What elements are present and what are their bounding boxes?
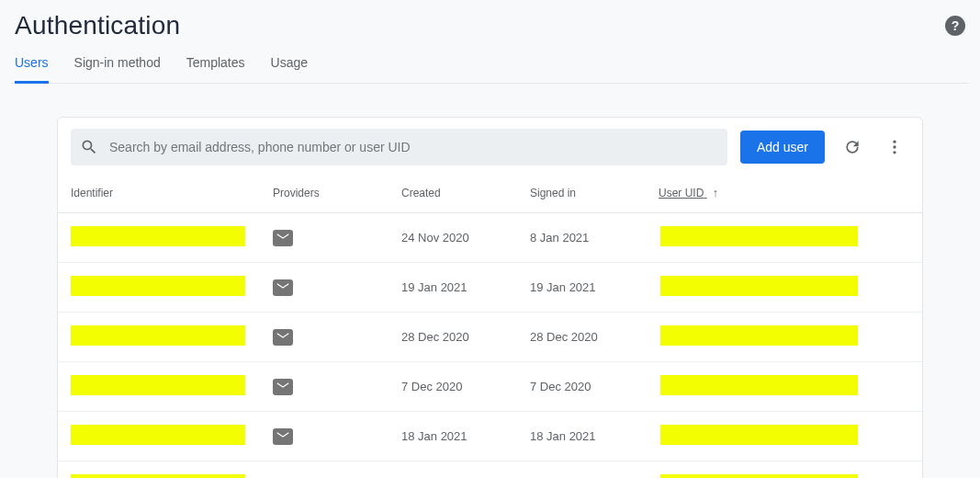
created-cell: 28 Dec 2020 <box>389 313 517 362</box>
tab-users[interactable]: Users <box>15 55 49 84</box>
signed-in-cell: 18 Jan 2021 <box>517 412 646 461</box>
uid-redacted <box>660 375 858 395</box>
uid-redacted <box>660 226 858 246</box>
col-header-user-uid[interactable]: User UID ↑ <box>646 176 922 213</box>
table-row[interactable]: 18 Jan 202118 Jan 2021 <box>58 412 922 461</box>
svg-point-1 <box>893 145 896 148</box>
users-card: Add user Identifier Providers <box>57 117 923 478</box>
created-cell: 21 Dec 2020 <box>389 461 517 479</box>
created-cell: 19 Jan 2021 <box>389 263 517 313</box>
sort-ascending-icon: ↑ <box>713 186 719 199</box>
email-icon <box>273 230 293 246</box>
svg-point-0 <box>893 141 896 143</box>
identifier-redacted <box>71 276 245 296</box>
uid-redacted <box>660 425 858 445</box>
search-input[interactable] <box>107 139 718 155</box>
search-container <box>71 129 727 165</box>
table-row[interactable]: 28 Dec 202028 Dec 2020 <box>58 313 922 362</box>
created-cell: 7 Dec 2020 <box>389 362 517 412</box>
refresh-icon <box>843 138 862 156</box>
svg-point-2 <box>893 151 896 154</box>
signed-in-cell: 28 Dec 2020 <box>517 313 646 362</box>
col-header-user-uid-label: User UID <box>659 187 704 199</box>
table-row[interactable]: 19 Jan 202119 Jan 2021 <box>58 263 922 313</box>
col-header-created[interactable]: Created <box>389 176 517 213</box>
tab-templates[interactable]: Templates <box>186 55 245 84</box>
refresh-button[interactable] <box>838 132 867 162</box>
created-cell: 24 Nov 2020 <box>389 213 517 263</box>
help-button[interactable]: ? <box>945 16 965 36</box>
tab-usage[interactable]: Usage <box>271 55 308 84</box>
tab-signin-method[interactable]: Sign-in method <box>74 55 161 84</box>
email-icon <box>273 428 293 445</box>
signed-in-cell: 7 Dec 2020 <box>517 362 646 412</box>
col-header-signed-in[interactable]: Signed in <box>517 176 646 213</box>
uid-redacted <box>660 474 858 478</box>
table-row[interactable]: 21 Dec 202021 Dec 2020 <box>58 461 922 479</box>
uid-redacted <box>660 325 858 346</box>
tabs: Users Sign-in method Templates Usage <box>11 44 969 84</box>
signed-in-cell: 8 Jan 2021 <box>517 213 646 263</box>
table-row[interactable]: 24 Nov 20208 Jan 2021 <box>58 213 922 263</box>
identifier-redacted <box>71 425 245 445</box>
table-row[interactable]: 7 Dec 20207 Dec 2020 <box>58 362 922 412</box>
identifier-redacted <box>71 375 245 395</box>
col-header-providers[interactable]: Providers <box>260 176 389 213</box>
email-icon <box>273 329 293 346</box>
email-icon <box>273 279 293 296</box>
col-header-identifier[interactable]: Identifier <box>58 176 260 213</box>
email-icon <box>273 379 293 395</box>
users-table: Identifier Providers Created Signed in U… <box>58 176 922 478</box>
signed-in-cell: 21 Dec 2020 <box>517 461 646 479</box>
identifier-redacted <box>71 325 245 346</box>
more-menu-button[interactable] <box>880 132 909 162</box>
created-cell: 18 Jan 2021 <box>389 412 517 461</box>
signed-in-cell: 19 Jan 2021 <box>517 263 646 313</box>
page-title: Authentication <box>15 11 180 40</box>
add-user-button[interactable]: Add user <box>740 131 825 164</box>
help-icon: ? <box>952 18 960 33</box>
identifier-redacted <box>71 474 245 478</box>
toolbar: Add user <box>58 118 922 176</box>
identifier-redacted <box>71 226 245 246</box>
uid-redacted <box>660 276 858 296</box>
more-vert-icon <box>885 138 904 156</box>
search-icon <box>80 138 98 156</box>
